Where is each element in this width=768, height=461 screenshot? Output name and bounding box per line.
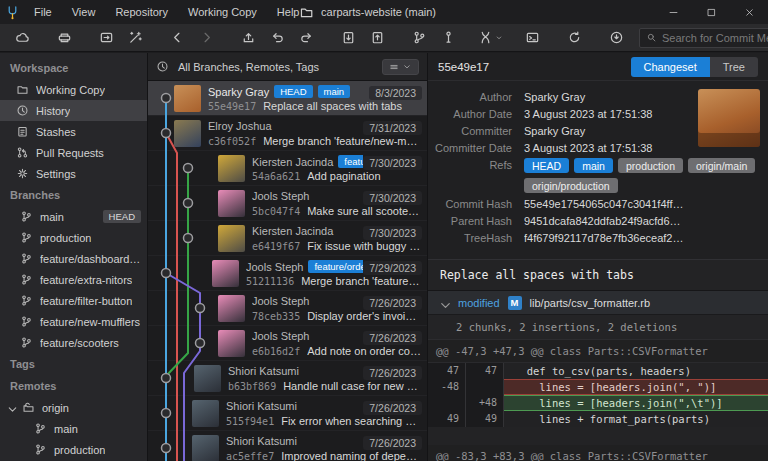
meta-commit-hash: Commit Hash55e49e1754065c047c3041f4ffd45… xyxy=(428,196,760,213)
branchtool-icon xyxy=(20,315,33,328)
commit-author: Sparky Gray xyxy=(208,86,269,98)
sidebar-item-production[interactable]: production xyxy=(0,439,147,460)
file-status: modified xyxy=(458,297,500,309)
sidebar-item-feature-extra-nitors[interactable]: feature/extra-nitors xyxy=(0,269,147,290)
branchtool-button[interactable] xyxy=(405,26,434,49)
ref-chip-head[interactable]: HEAD xyxy=(524,158,569,173)
close-button[interactable] xyxy=(730,0,768,24)
tagtool-button[interactable] xyxy=(434,26,463,49)
commit-message: Merge branch 'feature/new-muf... xyxy=(263,135,421,147)
sidebar-item-history[interactable]: History xyxy=(0,100,147,121)
stack-button[interactable] xyxy=(50,26,79,49)
jump-to-commit-button[interactable] xyxy=(602,26,631,49)
undo-button[interactable] xyxy=(263,26,292,49)
forward-button[interactable] xyxy=(192,26,221,49)
sidebar-item-feature-dashboard-bat[interactable]: feature/dashboard-bat... xyxy=(0,248,147,269)
sidebar-item-main[interactable]: main xyxy=(0,418,147,439)
field-label: Refs xyxy=(428,157,524,174)
ref-chip-main[interactable]: main xyxy=(574,158,613,173)
commit-row-5bc047f4[interactable]: Jools Steph7/30/20235bc047f4Make sure al… xyxy=(148,186,427,221)
commit-row-54a6a621[interactable]: Kiersten Jacindafeature/sc...7/30/202354… xyxy=(148,151,427,186)
menu-repository[interactable]: Repository xyxy=(105,0,178,24)
field-value: 9451dcafa842ddfab24f9acfd6bb81a2a355f2..… xyxy=(524,213,760,230)
sidebar-item-production[interactable]: production xyxy=(0,227,147,248)
old-line-number: -48 xyxy=(428,379,466,395)
sidebar-item-label: Working Copy xyxy=(36,84,105,96)
sidebar-item-label: Settings xyxy=(36,168,76,180)
ref-chip-origin-main[interactable]: origin/main xyxy=(688,158,755,173)
refresh-button[interactable] xyxy=(560,26,589,49)
sidebar-item-stashes[interactable]: Stashes xyxy=(0,121,147,142)
checkout-button[interactable] xyxy=(234,26,263,49)
sidebar-item-feature-scooters[interactable]: feature/scooters xyxy=(0,332,147,353)
field-label: Committer Date xyxy=(428,140,524,157)
chevron-down-icon[interactable] xyxy=(6,403,15,412)
sidebar-item-origin[interactable]: origin xyxy=(0,397,147,418)
cloud-button[interactable] xyxy=(8,26,37,49)
sidebar-section-workspace: Workspace xyxy=(0,57,147,79)
search-input[interactable] xyxy=(662,32,768,44)
commit-row-51211136[interactable]: Jools Stephfeature/orde...7/29/202351211… xyxy=(148,256,427,291)
commit-avatar xyxy=(174,85,201,112)
merge-button[interactable] xyxy=(476,26,505,49)
sidebar: WorkspaceWorking CopyHistoryStashesPull … xyxy=(0,53,148,461)
view-switcher: ChangesetTree xyxy=(631,57,758,77)
view-button-tree[interactable]: Tree xyxy=(710,57,758,77)
commit-hash: 54a6a621 xyxy=(252,171,300,182)
list-options-dropdown[interactable] xyxy=(382,59,419,75)
maximize-button[interactable] xyxy=(692,0,730,24)
sidebar-section-tags: Tags xyxy=(0,353,147,375)
sidebar-item-label: origin xyxy=(42,402,69,414)
sidebar-item-main[interactable]: mainHEAD xyxy=(0,206,147,227)
minimize-button[interactable] xyxy=(654,0,692,24)
commit-row-55e49e17[interactable]: Sparky GrayHEADmain8/3/202355e49e17Repla… xyxy=(148,81,427,116)
menu-working-copy[interactable]: Working Copy xyxy=(178,0,267,24)
chevron-down-icon[interactable] xyxy=(438,298,448,308)
old-line-number: 47 xyxy=(428,363,466,379)
commit-row-ac5effe7[interactable]: Shiori Katsumi7/26/2023ac5effe7Improved … xyxy=(148,431,427,461)
branchtool-icon xyxy=(20,294,33,307)
commit-hash: b63bf869 xyxy=(228,381,276,392)
sidebar-item-pull-requests[interactable]: Pull Requests xyxy=(0,142,147,163)
modified-badge: M xyxy=(508,296,522,310)
commit-row-78ceb335[interactable]: Jools Steph7/26/202378ceb335Display orde… xyxy=(148,291,427,326)
commit-rows: Sparky GrayHEADmain8/3/202355e49e17Repla… xyxy=(148,81,427,461)
sidebar-item-feature-filter-button[interactable]: feature/filter-button xyxy=(0,290,147,311)
commit-avatar xyxy=(218,295,245,322)
commit-date: 7/30/2023 xyxy=(363,226,422,240)
commit-row-c36f052f[interactable]: Elroy Joshua7/31/2023c36f052fMerge branc… xyxy=(148,116,427,151)
menu-file[interactable]: File xyxy=(24,0,62,24)
sidebar-item-label: History xyxy=(36,105,70,117)
commit-row-e6419f67[interactable]: Kiersten Jacinda7/30/2023e6419f67Fix iss… xyxy=(148,221,427,256)
meta-treehash: TreeHashf4f679f92117d78e7fb36eceaf268ccd… xyxy=(428,230,760,247)
ref-badge: feature/sc... xyxy=(338,155,363,168)
terminal-button[interactable] xyxy=(518,26,547,49)
commit-author: Shiori Katsumi xyxy=(226,400,297,412)
hunk-header: @@ -47,3 +47,3 @@ class Parts::CSVFormat… xyxy=(428,340,768,363)
commit-row-e6b16d2f[interactable]: Jools Steph7/26/2023e6b16d2fAdd note on … xyxy=(148,326,427,361)
toolbar-group xyxy=(92,26,150,49)
commit-row-b63bf869[interactable]: Shiori Katsumi7/26/2023b63bf869Handle nu… xyxy=(148,361,427,396)
commit-row-515f94e1[interactable]: Shiori Katsumi7/26/2023515f94e1Fix error… xyxy=(148,396,427,431)
view-button-changeset[interactable]: Changeset xyxy=(631,57,710,77)
stash-button[interactable] xyxy=(334,26,363,49)
sidebar-item-working-copy[interactable]: Working Copy xyxy=(0,79,147,100)
toolbar-group xyxy=(560,26,589,49)
redo-button[interactable] xyxy=(292,26,321,49)
field-label: TreeHash xyxy=(428,230,524,247)
sidebar-item-feature-new-mufflers[interactable]: feature/new-mufflers xyxy=(0,311,147,332)
commit-author: Shiori Katsumi xyxy=(228,365,299,377)
pop-button[interactable] xyxy=(363,26,392,49)
diff-hunks: @@ -47,3 +47,3 @@ class Parts::CSVFormat… xyxy=(428,340,768,461)
commit-hash: 515f94e1 xyxy=(226,416,274,427)
back-button[interactable] xyxy=(163,26,192,49)
menu-view[interactable]: View xyxy=(62,0,106,24)
ref-chip-production[interactable]: production xyxy=(618,158,683,173)
repo-button[interactable] xyxy=(92,26,121,49)
sidebar-item-settings[interactable]: Settings xyxy=(0,163,147,184)
ref-chip-origin-production[interactable]: origin/production xyxy=(524,178,618,193)
window-controls xyxy=(654,0,768,24)
changed-file-row[interactable]: modified M lib/parts/csv_formatter.rb xyxy=(428,291,768,315)
commit-author: Jools Steph xyxy=(246,261,303,273)
wand-button[interactable] xyxy=(121,26,150,49)
